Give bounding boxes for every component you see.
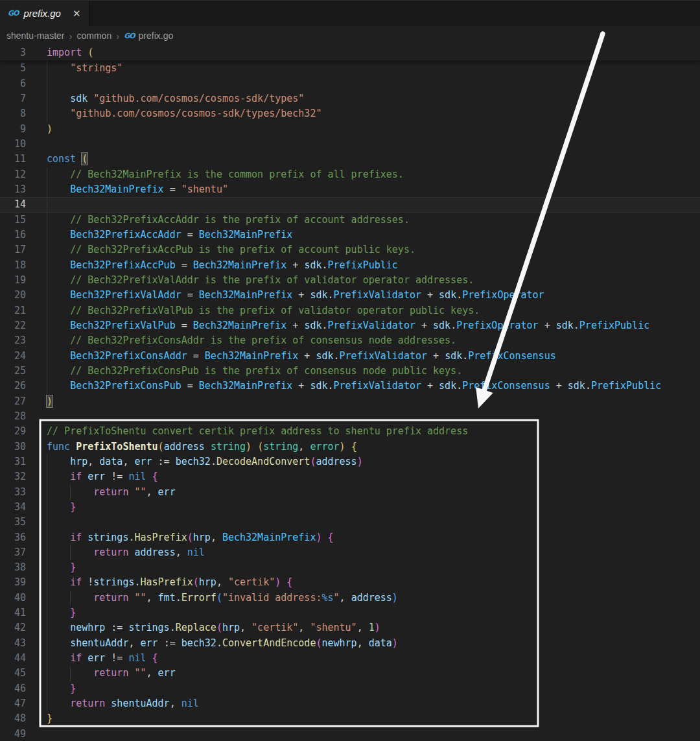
code-token: [47, 532, 70, 543]
code-line[interactable]: 26 Bech32PrefixConsPub = Bech32MainPrefi…: [0, 379, 700, 394]
code-line[interactable]: 29// PrefixToShentu convert certik prefi…: [0, 424, 700, 439]
code-line[interactable]: 14: [0, 197, 700, 212]
code-token: ,: [176, 547, 181, 558]
code-line[interactable]: 18 Bech32PrefixAccPub = Bech32MainPrefix…: [0, 258, 700, 273]
code-line[interactable]: 31 hrp, data, err := bech32.DecodeAndCon…: [0, 454, 700, 469]
code-line[interactable]: 36 if strings.HasPrefix(hrp, Bech32MainP…: [0, 530, 700, 545]
breadcrumb-item-root[interactable]: shentu-master: [6, 30, 64, 41]
code-line[interactable]: 24 Bech32PrefixConsAddr = Bech32MainPref…: [0, 349, 700, 364]
code-token: +: [286, 259, 304, 271]
code-line[interactable]: 5 "strings": [0, 61, 700, 76]
code-line[interactable]: 25 // Bech32PrefixConsPub is the prefix …: [0, 364, 700, 379]
code-line[interactable]: 45 return "", err: [0, 666, 700, 681]
code-token: "github.com/cosmos/cosmos-sdk/types/bech…: [70, 108, 321, 119]
code-token: strings: [128, 622, 169, 633]
code-line[interactable]: 41 }: [0, 606, 700, 620]
code-line[interactable]: 34 }: [0, 500, 700, 515]
code-line[interactable]: 37 return address, nil: [0, 545, 700, 560]
code-token: "shentu": [310, 622, 356, 633]
code-line[interactable]: 16 Bech32PrefixAccAddr = Bech32MainPrefi…: [0, 228, 700, 242]
code-text: }: [47, 560, 700, 575]
code-token: [105, 652, 111, 664]
code-line[interactable]: 47 return shentuAddr, nil: [0, 696, 700, 711]
indent-guide: [47, 318, 47, 333]
code-line[interactable]: 27): [0, 394, 700, 409]
code-line[interactable]: 6: [0, 76, 700, 91]
code-token: ,: [88, 456, 93, 467]
code-line[interactable]: 12 // Bech32MainPrefix is the common pre…: [0, 167, 700, 182]
code-token: =: [176, 259, 193, 271]
code-token: Bech32MainPrefix: [193, 259, 287, 271]
code-line[interactable]: 7 sdk "github.com/cosmos/cosmos-sdk/type…: [0, 91, 700, 106]
code-line[interactable]: 8 "github.com/cosmos/cosmos-sdk/types/be…: [0, 106, 700, 121]
code-line[interactable]: 10: [0, 137, 700, 152]
code-token: +: [421, 289, 439, 301]
tab-prefix-go[interactable]: GO prefix.go ✕: [0, 1, 89, 26]
line-number: 5: [0, 61, 26, 76]
line-number: 36: [0, 530, 26, 545]
code-line[interactable]: 32 if err != nil {: [0, 469, 700, 484]
code-text: sdk "github.com/cosmos/cosmos-sdk/types": [47, 91, 700, 106]
line-number: 22: [0, 318, 26, 333]
code-token: bech32: [181, 637, 216, 649]
code-line[interactable]: 15 // Bech32PrefixAccAddr is the prefix …: [0, 213, 700, 228]
code-line[interactable]: 46 }: [0, 681, 700, 696]
code-token: ,: [240, 622, 246, 633]
code-token: hrp: [193, 532, 211, 543]
code-line[interactable]: 9): [0, 122, 700, 137]
code-line[interactable]: 30func PrefixToShentu(address string) (s…: [0, 440, 700, 454]
sticky-scroll-line[interactable]: 3import (: [0, 45, 700, 61]
line-number: 10: [0, 137, 26, 152]
indent-guide: [47, 469, 47, 484]
code-token: strings: [88, 532, 128, 543]
code-line[interactable]: 42 newhrp := strings.Replace(hrp, "certi…: [0, 620, 700, 635]
indent-guide: [47, 681, 47, 696]
code-line[interactable]: 20 Bech32PrefixValAddr = Bech32MainPrefi…: [0, 288, 700, 303]
indent-guide: [47, 620, 47, 635]
code-line[interactable]: 48}: [0, 711, 700, 726]
close-icon[interactable]: ✕: [73, 8, 81, 19]
code-line[interactable]: 3import (: [0, 45, 700, 61]
code-line[interactable]: 38 }: [0, 560, 700, 575]
tab-bar: GO prefix.go ✕: [0, 0, 700, 26]
indent-guide: [47, 273, 47, 288]
code-line[interactable]: 22 Bech32PrefixValPub = Bech32MainPrefix…: [0, 318, 700, 333]
line-number: 3: [0, 45, 26, 60]
code-line[interactable]: 19 // Bech32PrefixValAddr is the prefix …: [0, 273, 700, 288]
code-text: if err != nil {: [47, 469, 700, 484]
code-editor[interactable]: 3import ( 5 "strings"67 sdk "github.com/…: [0, 45, 700, 741]
code-line[interactable]: 11const (: [0, 152, 700, 167]
breadcrumb-item-folder[interactable]: common: [76, 30, 111, 41]
code-text: // PrefixToShentu convert certik prefix …: [47, 424, 700, 439]
code-line[interactable]: 21 // Bech32PrefixValPub is the prefix o…: [0, 303, 700, 318]
indent-guide: [47, 76, 47, 91]
code-line[interactable]: 39 if !strings.HasPrefix(hrp, "certik") …: [0, 575, 700, 590]
code-token: {: [152, 652, 158, 664]
code-token: // Bech32PrefixConsPub is the prefix of …: [70, 365, 462, 377]
code-text: // Bech32MainPrefix is the common prefix…: [47, 167, 700, 182]
code-token: !: [88, 576, 93, 588]
code-text: }: [47, 606, 700, 620]
code-token: [47, 93, 70, 104]
code-line[interactable]: 35: [0, 515, 700, 530]
code-token: sdk: [310, 380, 327, 392]
code-line[interactable]: 33 return "", err: [0, 485, 700, 500]
code-line[interactable]: 49: [0, 727, 700, 741]
code-text: Bech32PrefixAccAddr = Bech32MainPrefix: [47, 228, 700, 242]
code-token: "invalid address:: [222, 592, 322, 604]
code-text: }: [47, 711, 700, 726]
code-line[interactable]: 28: [0, 409, 700, 424]
code-line[interactable]: 13 Bech32MainPrefix = "shentu": [0, 182, 700, 197]
code-token: [47, 320, 70, 331]
code-line[interactable]: 40 return "", fmt.Errorf("invalid addres…: [0, 591, 700, 606]
code-line[interactable]: 43 shentuAddr, err := bech32.ConvertAndE…: [0, 636, 700, 651]
code-line[interactable]: 17 // Bech32PrefixAccPub is the prefix o…: [0, 242, 700, 257]
breadcrumb-item-file[interactable]: GO prefix.go: [124, 30, 173, 41]
code-lines[interactable]: 5 "strings"67 sdk "github.com/cosmos/cos…: [0, 61, 700, 741]
code-token: [47, 335, 70, 346]
code-token: Bech32MainPrefix: [199, 289, 293, 301]
code-line[interactable]: 44 if err != nil {: [0, 651, 700, 666]
code-text: shentuAddr, err := bech32.ConvertAndEnco…: [47, 636, 700, 651]
code-line[interactable]: 23 // Bech32PrefixConsAddr is the prefix…: [0, 333, 700, 348]
code-token: [47, 365, 70, 377]
